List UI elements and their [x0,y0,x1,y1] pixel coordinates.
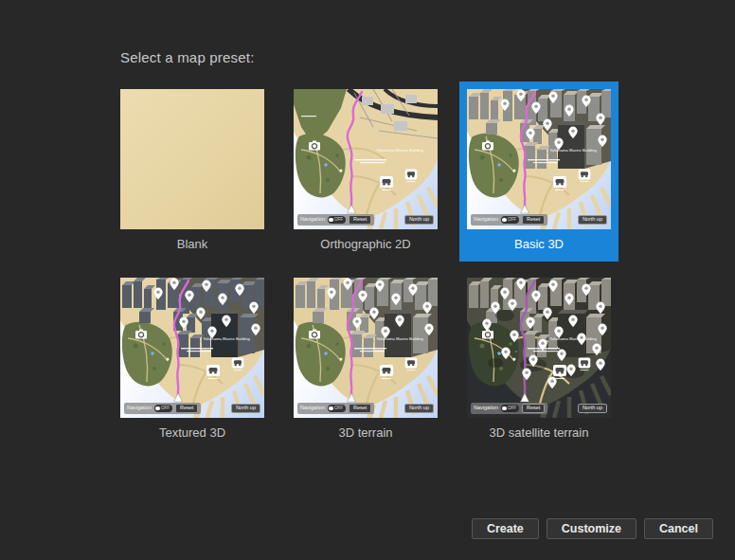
blue-dot-marker [497,163,501,167]
reset-button-preview: Reset [175,404,198,413]
preview-toolbar: Navigation OFF Reset North up [297,214,434,226]
reset-button-preview: Reset [349,215,371,225]
preset-label: Textured 3D [120,424,264,443]
preset-thumbnail: Yokohama Marine Building Navigation OFF … [120,278,264,418]
map-preview-graphic: Yokohama Marine Building [294,89,438,229]
map-annotation: Yokohama Marine Building [203,336,250,341]
navigation-off-state: OFF [334,406,343,411]
north-up-button-preview: North up [231,404,260,413]
navigation-label: Navigation [474,217,498,223]
preset-grid: Blank [120,89,611,443]
toggle-dot-icon [329,218,333,223]
map-preset-dialog: Select a map preset: Blank [0,0,735,560]
preset-label: Blank [120,235,264,254]
navigation-off-state: OFF [161,406,170,411]
preset-3d-satellite-terrain[interactable]: Yokohama Marine Building Navigation OFF … [467,278,611,443]
navigation-toggle: OFF [328,216,346,224]
reset-button-preview: Reset [349,404,371,413]
preview-navigation-bar: Navigation OFF Reset [297,214,374,226]
map-annotation: Yokohama Marine Building [376,148,423,153]
blue-dot-marker [324,352,328,355]
preset-3d-terrain[interactable]: Yokohama Marine Building Navigation OFF … [294,278,438,443]
preview-navigation-bar: Navigation OFF Reset [297,403,374,414]
north-up-button-preview: North up [404,404,434,413]
reset-button-preview: Reset [522,215,545,225]
north-up-button-preview: North up [578,215,607,225]
preset-orthographic-2d[interactable]: Yokohama Marine Building Navigation OFF … [294,89,438,254]
camera-icon [309,141,320,151]
preset-basic-3d[interactable]: Yokohama Marine Building Navigation OFF … [467,89,611,254]
dialog-actions: Create Customize Cancel [472,518,713,539]
map-preview-graphic: Yokohama Marine Building [467,89,611,229]
north-up-button-preview: North up [404,215,434,225]
north-up-button-preview: North up [578,404,607,413]
navigation-label: Navigation [474,406,498,411]
map-annotation: Yokohama Marine Building [549,148,597,153]
preset-thumbnail [120,89,264,229]
camera-icon [309,330,320,339]
customize-button[interactable]: Customize [547,518,636,539]
blue-dot-marker [497,352,501,355]
preview-navigation-bar: Navigation OFF Reset [471,403,547,414]
map-annotation: Yokohama Marine Building [376,336,423,341]
navigation-off-state: OFF [334,218,343,223]
camera-icon [482,141,493,151]
navigation-toggle: OFF [501,405,519,412]
preview-navigation-bar: Navigation OFF Reset [124,403,201,414]
preset-label: 3D terrain [294,424,438,443]
navigation-label: Navigation [127,406,152,411]
preset-label: Orthographic 2D [294,235,438,254]
cancel-button[interactable]: Cancel [644,518,713,539]
camera-icon [482,330,493,339]
map-preview-graphic: Yokohama Marine Building [120,278,264,418]
navigation-toggle: OFF [154,405,172,412]
preview-toolbar: Navigation OFF Reset North up [471,214,607,226]
reset-button-preview: Reset [522,404,545,413]
navigation-toggle: OFF [501,216,519,224]
preview-navigation-bar: Navigation OFF Reset [471,214,547,226]
map-preview-graphic: Yokohama Marine Building [467,278,611,418]
toggle-dot-icon [329,406,333,411]
preset-label: 3D satellite terrain [467,424,611,443]
navigation-label: Navigation [300,406,325,411]
toggle-dot-icon [502,218,507,223]
preset-label: Basic 3D [467,235,611,254]
preview-toolbar: Navigation OFF Reset North up [471,403,607,414]
blue-dot-marker [324,163,328,167]
preset-thumbnail: Yokohama Marine Building Navigation OFF … [294,89,438,229]
preset-textured-3d[interactable]: Yokohama Marine Building Navigation OFF … [120,278,264,443]
preset-thumbnail: Yokohama Marine Building Navigation OFF … [294,278,438,418]
preview-toolbar: Navigation OFF Reset North up [124,403,260,414]
map-preview-graphic: Yokohama Marine Building [294,278,438,418]
dialog-title: Select a map preset: [120,49,255,65]
preset-thumbnail: Yokohama Marine Building Navigation OFF … [467,278,611,418]
camera-icon [135,330,147,339]
navigation-off-state: OFF [508,218,516,223]
create-button[interactable]: Create [472,518,539,539]
navigation-label: Navigation [300,217,325,223]
preview-toolbar: Navigation OFF Reset North up [297,403,434,414]
toggle-dot-icon [502,406,507,411]
blue-dot-marker [151,352,154,355]
map-annotation: Yokohama Marine Building [549,336,597,341]
navigation-toggle: OFF [328,405,346,412]
toggle-dot-icon [155,406,160,411]
preset-blank[interactable]: Blank [120,89,264,254]
navigation-off-state: OFF [508,406,516,411]
preset-thumbnail: Yokohama Marine Building Navigation OFF … [467,89,611,229]
